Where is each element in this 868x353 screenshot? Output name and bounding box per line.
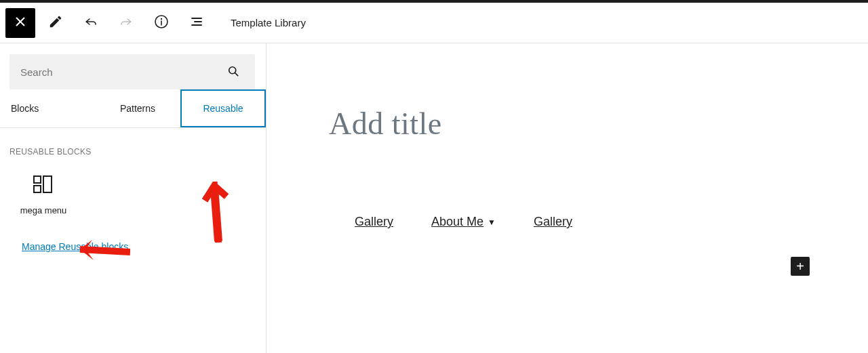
nav-item-label: Gallery xyxy=(534,215,572,228)
info-icon xyxy=(153,14,170,33)
svg-point-1 xyxy=(161,18,162,19)
redo-button[interactable] xyxy=(111,8,141,38)
search-input[interactable] xyxy=(20,66,222,78)
svg-rect-3 xyxy=(34,176,41,183)
undo-icon xyxy=(83,14,99,33)
edit-button[interactable] xyxy=(41,8,71,38)
navigation-block[interactable]: Gallery About Me▼ Gallery xyxy=(267,142,868,229)
main-area: Blocks Patterns Reusable REUSABLE BLOCKS… xyxy=(0,43,868,353)
tab-patterns[interactable]: Patterns xyxy=(95,89,180,127)
close-icon xyxy=(12,14,28,33)
add-block-button[interactable]: + xyxy=(791,257,810,276)
pencil-icon xyxy=(48,14,63,32)
nav-item-about-me[interactable]: About Me▼ xyxy=(431,215,496,229)
reusable-section-title: REUSABLE BLOCKS xyxy=(0,128,266,162)
svg-rect-5 xyxy=(43,176,52,192)
tab-blocks[interactable]: Blocks xyxy=(0,89,95,127)
manage-reusable-link[interactable]: Manage Reusable blocks xyxy=(22,241,128,252)
nav-item-label: Gallery xyxy=(355,215,393,228)
nav-item-gallery-1[interactable]: Gallery xyxy=(355,215,393,229)
inserter-tabs: Blocks Patterns Reusable xyxy=(0,89,266,128)
redo-icon xyxy=(118,14,134,33)
plus-icon: + xyxy=(796,259,804,274)
search-button[interactable] xyxy=(222,60,244,84)
template-library-link[interactable]: Template Library xyxy=(217,17,319,28)
reusable-block-item[interactable]: mega menu xyxy=(3,162,84,221)
editor-topbar: Template Library xyxy=(0,3,868,43)
block-inserter-panel: Blocks Patterns Reusable REUSABLE BLOCKS… xyxy=(0,43,267,353)
tab-reusable[interactable]: Reusable xyxy=(180,89,266,127)
details-button[interactable] xyxy=(146,8,176,38)
chevron-down-icon: ▼ xyxy=(488,217,496,227)
svg-rect-4 xyxy=(34,186,41,192)
nav-item-label: About Me xyxy=(431,215,484,228)
search-field[interactable] xyxy=(9,54,255,89)
post-title-input[interactable]: Add title xyxy=(267,43,868,142)
nav-item-gallery-2[interactable]: Gallery xyxy=(534,215,572,229)
reusable-block-label: mega menu xyxy=(3,205,84,215)
reusable-block-icon xyxy=(33,184,54,195)
list-view-icon xyxy=(189,14,205,33)
outline-button[interactable] xyxy=(182,8,212,38)
annotation-arrow-up xyxy=(202,182,235,243)
editor-canvas: Add title Gallery About Me▼ Gallery + xyxy=(267,43,868,353)
undo-button[interactable] xyxy=(76,8,106,38)
search-icon xyxy=(226,70,240,80)
close-inserter-button[interactable] xyxy=(5,8,35,38)
